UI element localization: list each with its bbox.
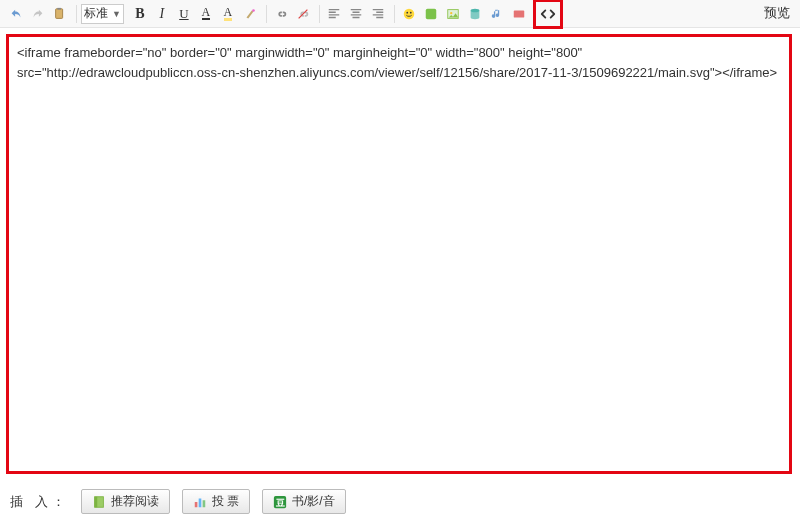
svg-rect-7	[426, 8, 437, 19]
svg-point-2	[252, 9, 255, 12]
bottom-bar: 插 入： 推荐阅读 投 票 豆 书/影/音	[0, 483, 800, 520]
music-icon[interactable]	[487, 4, 507, 24]
editor-area	[0, 28, 800, 483]
svg-rect-13	[94, 496, 97, 507]
database-icon[interactable]	[465, 4, 485, 24]
clearformat-icon[interactable]	[240, 4, 260, 24]
emoji-icon[interactable]	[399, 4, 419, 24]
separator	[266, 5, 267, 23]
image-icon[interactable]	[443, 4, 463, 24]
chart-icon	[193, 495, 207, 509]
svg-rect-16	[202, 500, 205, 507]
insert-vote-label: 投 票	[212, 493, 239, 510]
chevron-down-icon: ▼	[112, 9, 121, 19]
align-right-icon[interactable]	[368, 4, 388, 24]
redo-icon[interactable]	[28, 4, 48, 24]
code-icon[interactable]	[538, 4, 558, 24]
align-left-icon[interactable]	[324, 4, 344, 24]
svg-rect-0	[56, 8, 63, 18]
separator	[319, 5, 320, 23]
svg-point-4	[404, 8, 415, 19]
bgcolor-button[interactable]: A	[218, 4, 238, 24]
code-button-highlight	[533, 0, 563, 29]
paste-icon[interactable]	[50, 4, 70, 24]
svg-rect-1	[57, 7, 61, 9]
separator	[76, 5, 77, 23]
toolbar: 标准▼ B I U A A 预览	[0, 0, 800, 28]
svg-text:豆: 豆	[274, 497, 284, 507]
svg-point-6	[410, 11, 412, 13]
insert-recommend-button[interactable]: 推荐阅读	[81, 489, 170, 514]
unlink-icon[interactable]	[293, 4, 313, 24]
style-select-label: 标准	[84, 5, 108, 22]
insert-media-label: 书/影/音	[292, 493, 335, 510]
svg-rect-11	[514, 10, 525, 17]
svg-rect-14	[194, 502, 197, 507]
book-icon	[92, 495, 106, 509]
fontcolor-button[interactable]: A	[196, 4, 216, 24]
insert-recommend-label: 推荐阅读	[111, 493, 159, 510]
italic-button[interactable]: I	[152, 4, 172, 24]
align-center-icon[interactable]	[346, 4, 366, 24]
source-code-textarea[interactable]	[6, 34, 792, 474]
underline-button[interactable]: U	[174, 4, 194, 24]
preview-link[interactable]: 预览	[764, 4, 790, 22]
link-icon[interactable]	[271, 4, 291, 24]
separator	[394, 5, 395, 23]
insert-label: 插 入：	[10, 493, 69, 511]
svg-line-3	[299, 9, 308, 18]
svg-point-9	[450, 11, 452, 13]
svg-rect-15	[198, 498, 201, 507]
undo-icon[interactable]	[6, 4, 26, 24]
bold-button[interactable]: B	[130, 4, 150, 24]
svg-point-5	[406, 11, 408, 13]
style-select[interactable]: 标准▼	[81, 4, 124, 24]
douban-icon: 豆	[273, 495, 287, 509]
red-flag-icon[interactable]	[509, 4, 529, 24]
insert-vote-button[interactable]: 投 票	[182, 489, 250, 514]
green-block-icon[interactable]	[421, 4, 441, 24]
insert-media-button[interactable]: 豆 书/影/音	[262, 489, 346, 514]
